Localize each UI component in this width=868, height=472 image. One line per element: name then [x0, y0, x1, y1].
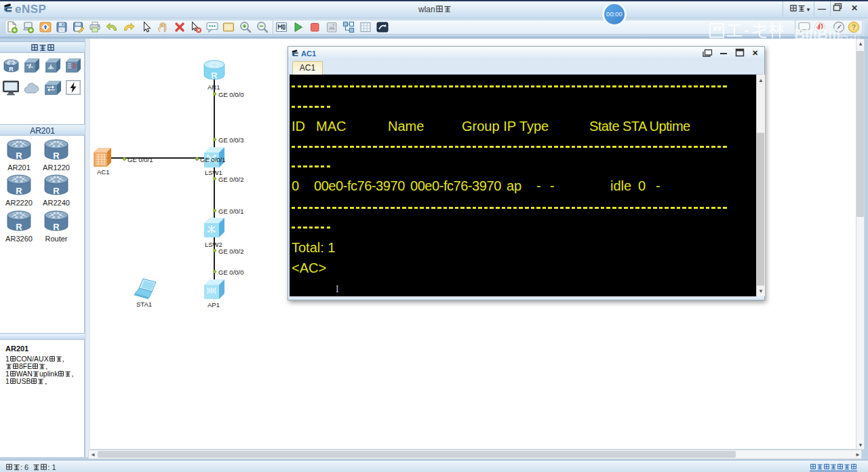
svg-text:R: R: [16, 151, 22, 161]
svg-text:R: R: [16, 222, 22, 232]
svg-text:R: R: [53, 151, 60, 161]
svg-text:R: R: [211, 71, 218, 81]
svg-text:R: R: [53, 222, 60, 232]
svg-text:R: R: [9, 66, 14, 73]
svg-text:R: R: [53, 186, 60, 196]
svg-text:R: R: [16, 186, 22, 196]
